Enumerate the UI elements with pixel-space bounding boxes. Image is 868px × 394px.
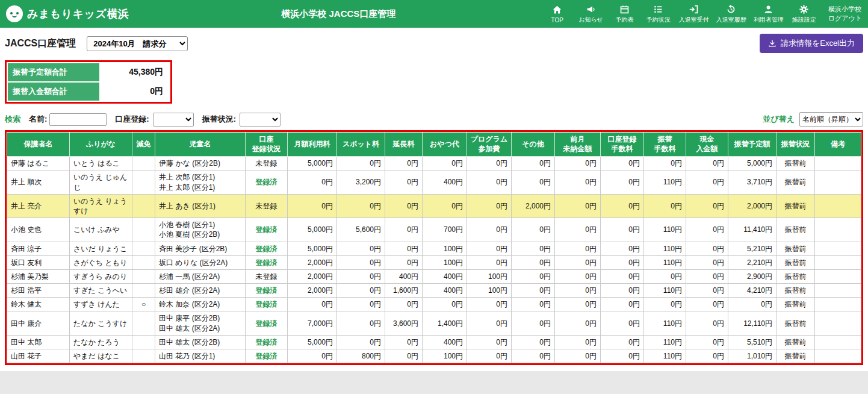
table-row[interactable]: 小池 史也こいけ ふみや小池 春樹 (区分1) 小池 夏樹 (区分2B)登録済5… <box>7 218 861 242</box>
nav-label: お知らせ <box>578 16 603 24</box>
column-header: 月額利用料 <box>288 133 337 157</box>
table-row[interactable]: 伊藤 はるこいとう はるこ伊藤 かな (区分2B)未登録5,000円0円0円0円… <box>7 157 861 170</box>
children-cell: 杉田 雄介 (区分2A) <box>155 284 246 298</box>
program-fee-cell: 100円 <box>467 269 512 283</box>
nav-label: 利用者管理 <box>754 16 784 24</box>
table-row[interactable]: 杉浦 美乃梨すぎうら みのり杉浦 一馬 (区分2A)未登録2,000円0円400… <box>7 269 861 283</box>
spot-fee-cell: 0円 <box>337 284 385 298</box>
monthly-fee-cell: 0円 <box>288 170 337 194</box>
note-cell <box>815 284 861 298</box>
transfer-status-cell: 振替前 <box>777 349 815 363</box>
sort-order-select[interactable]: 名前順（昇順） <box>799 112 863 127</box>
extension-fee-cell: 0円 <box>385 335 423 349</box>
nav-entry-history[interactable]: 入退室履歴 <box>714 2 749 25</box>
account-table-head-row: 保護者名ふりがな減免児童名口座 登録状況月額利用料スポット料延長料おやつ代プログ… <box>7 133 861 157</box>
transfer-fee-cell: 0円 <box>644 269 686 283</box>
snack-fee-cell: 100円 <box>423 242 467 255</box>
download-icon <box>768 39 777 48</box>
transfer-fee-cell: 110円 <box>644 255 686 269</box>
transfer-status-select[interactable] <box>240 113 281 127</box>
history-icon <box>726 4 736 14</box>
billing-period-select[interactable]: 2024年10月 請求分 <box>87 36 188 51</box>
totals-summary-box: 振替予定額合計 45,380円 振替入金額合計 0円 <box>5 60 172 104</box>
column-header: スポット料 <box>337 133 385 157</box>
registration-fee-cell: 0円 <box>601 242 644 255</box>
monthly-fee-cell: 5,000円 <box>288 218 337 242</box>
transfer-status-cell: 振替前 <box>777 157 815 170</box>
transfer-status-cell: 振替前 <box>777 194 815 217</box>
program-fee-cell: 0円 <box>467 298 512 311</box>
transfer-fee-cell: 110円 <box>644 335 686 349</box>
note-cell <box>815 170 861 194</box>
spot-fee-cell: 0円 <box>337 335 385 349</box>
monthly-fee-cell: 0円 <box>288 349 337 363</box>
column-header: 現金 入金額 <box>686 133 728 157</box>
table-row[interactable]: 田中 康介たなか こうすけ田中 康平 (区分2B) 田中 雄太 (区分2A)登録… <box>7 311 861 335</box>
other-fee-cell: 0円 <box>512 242 555 255</box>
table-row[interactable]: 井上 亮介いのうえ りょうすけ井上 あき (区分1)未登録0円0円0円0円0円2… <box>7 194 861 217</box>
column-header: 振替予定額 <box>728 133 777 157</box>
guardian-name-cell: 井上 順次 <box>7 170 70 194</box>
account-status-cell: 未登録 <box>246 194 288 217</box>
name-search-input[interactable] <box>49 113 107 126</box>
table-row[interactable]: 山田 花子やまだ はなこ山田 花乃 (区分1)登録済0円800円0円100円0円… <box>7 349 861 363</box>
table-row[interactable]: 田中 太郎たなか たろう田中 雄太 (区分2B)登録済5,000円0円0円400… <box>7 335 861 349</box>
account-status-cell: 登録済 <box>246 335 288 349</box>
monthly-fee-cell: 0円 <box>288 298 337 311</box>
app-logo[interactable]: みまもりキッズ横浜 <box>6 5 135 22</box>
prev-unpaid-cell: 0円 <box>555 157 601 170</box>
monthly-fee-cell: 5,000円 <box>288 335 337 349</box>
column-header: 前月 未納金額 <box>555 133 601 157</box>
guardian-name-cell: 斉田 涼子 <box>7 242 70 255</box>
registration-fee-cell: 0円 <box>601 298 644 311</box>
spot-fee-cell: 0円 <box>337 269 385 283</box>
prev-unpaid-cell: 0円 <box>555 284 601 298</box>
calendar-icon <box>619 4 630 14</box>
nav-top[interactable]: TOP <box>542 4 573 25</box>
extension-fee-cell: 3,600円 <box>385 311 423 335</box>
note-cell <box>815 194 861 217</box>
transfer-planned-cell: 1,010円 <box>728 349 777 363</box>
prev-unpaid-cell: 0円 <box>555 349 601 363</box>
nav-news[interactable]: お知らせ <box>575 2 607 25</box>
spot-fee-cell: 5,600円 <box>337 218 385 242</box>
transfer-planned-cell: 12,110円 <box>728 311 777 335</box>
monthly-fee-cell: 2,000円 <box>288 269 337 283</box>
transfer-status-cell: 振替前 <box>777 218 815 242</box>
snack-fee-cell: 400円 <box>423 284 467 298</box>
kana-cell: すずき けんた <box>70 298 132 311</box>
children-cell: 坂口 めりな (区分2A) <box>155 255 246 269</box>
registration-fee-cell: 0円 <box>601 284 644 298</box>
exemption-cell <box>132 255 155 269</box>
account-registration-select[interactable] <box>153 113 194 127</box>
children-cell: 鈴木 加奈 (区分2A) <box>155 298 246 311</box>
extension-fee-cell: 0円 <box>385 298 423 311</box>
other-fee-cell: 0円 <box>512 284 555 298</box>
nav-user-management[interactable]: 利用者管理 <box>751 2 786 25</box>
monthly-fee-cell: 7,000円 <box>288 311 337 335</box>
registration-fee-cell: 0円 <box>601 194 644 217</box>
snack-fee-cell: 0円 <box>423 298 467 311</box>
extension-fee-cell: 0円 <box>385 349 423 363</box>
excel-export-button[interactable]: 請求情報をExcel出力 <box>760 34 863 53</box>
nav-reservation-status[interactable]: 予約状況 <box>643 2 674 25</box>
guardian-name-cell: 田中 太郎 <box>7 335 70 349</box>
table-row[interactable]: 杉田 浩平すぎた こうへい杉田 雄介 (区分2A)登録済2,000円0円1,60… <box>7 284 861 298</box>
table-row[interactable]: 井上 順次いのうえ じゅんじ井上 次郎 (区分1) 井上 太郎 (区分1)登録済… <box>7 170 861 194</box>
sort-label: 並び替え <box>763 114 795 125</box>
guardian-name-cell: 杉田 浩平 <box>7 284 70 298</box>
guardian-name-cell: 山田 花子 <box>7 349 70 363</box>
table-row[interactable]: 斉田 涼子さいだ りょうこ斉田 美沙子 (区分2B)登録済5,000円0円0円1… <box>7 242 861 255</box>
transfer-fee-cell: 0円 <box>644 157 686 170</box>
registration-fee-cell: 0円 <box>601 349 644 363</box>
transfer-planned-cell: 2,210円 <box>728 255 777 269</box>
program-fee-cell: 0円 <box>467 218 512 242</box>
note-cell <box>815 218 861 242</box>
nav-facility-settings[interactable]: 施設設定 <box>789 2 820 25</box>
nav-reservation-table[interactable]: 予約表 <box>609 2 640 25</box>
table-row[interactable]: 鈴木 健太すずき けんた○鈴木 加奈 (区分2A)登録済0円0円0円0円0円0円… <box>7 298 861 311</box>
logout-link[interactable]: 横浜小学校 ログアウト <box>828 5 862 23</box>
children-cell: 井上 次郎 (区分1) 井上 太郎 (区分1) <box>155 170 246 194</box>
nav-entry-reception[interactable]: 入退室受付 <box>677 2 711 25</box>
table-row[interactable]: 坂口 友利さがぐち ともり坂口 めりな (区分2A)登録済2,000円0円0円1… <box>7 255 861 269</box>
